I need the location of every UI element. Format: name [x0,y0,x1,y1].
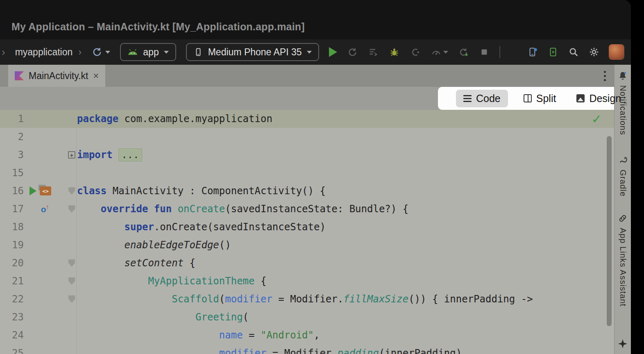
chevron-down-icon [307,51,312,54]
ide-window: My Application – MainActivity.kt [My_App… [0,0,631,354]
mode-code-button[interactable]: Code [456,90,508,107]
chevron-right-icon: › [78,46,82,58]
fold-chevron-icon[interactable] [68,187,75,195]
code-line[interactable]: 2 [0,128,614,146]
kotlin-file-icon [15,71,24,80]
stop-button[interactable] [479,47,490,57]
mode-split-button[interactable]: Split [519,90,561,107]
project-breadcrumb[interactable]: myapplication [15,47,73,58]
code-mode-icon [463,95,472,102]
debug-button[interactable] [389,47,400,58]
tool-label-gradle: Gradle [618,170,628,197]
apply-changes-button[interactable] [458,47,469,58]
code-line-text: Scaffold(modifier = Modifier.fillMaxSize… [77,290,533,308]
code-line-text: modifier = Modifier.padding(innerPadding… [77,344,462,354]
main-area: MainActivity.kt × Code Split [0,65,631,354]
editor-scrollbar[interactable] [607,136,612,326]
code-line[interactable]: 1package com.example.myapplication [0,110,614,128]
gradle-sync-button[interactable] [91,46,110,58]
run-config-selector[interactable]: app [120,43,176,61]
code-line[interactable]: 22 Scaffold(modifier = Modifier.fillMaxS… [0,290,614,308]
code-editor[interactable]: 1package com.example.myapplication23+imp… [0,110,614,354]
fold-chevron-icon[interactable] [68,277,75,285]
editor-column: MainActivity.kt × Code Split [0,65,614,354]
editor-mode-bar: Code Split Design [0,87,614,110]
code-line-text: super.onCreate(savedInstanceState) [77,218,326,236]
code-line-text: package com.example.myapplication [77,110,272,128]
toolbar-separator [499,46,500,58]
mode-split-label: Split [536,93,556,104]
tool-button-gradle[interactable]: Gradle [617,154,628,197]
attach-debugger-button[interactable] [410,47,421,58]
tool-button-ai-assistant[interactable] [618,339,627,348]
tab-close-icon[interactable]: × [93,71,99,81]
title-bar: My Application – MainActivity.kt [My_App… [0,0,631,39]
line-number: 24 [0,329,24,341]
rerun-button[interactable] [347,47,358,58]
code-line-text: class MainActivity : ComponentActivity()… [77,182,326,200]
fold-column [66,295,77,303]
fold-chevron-icon[interactable] [68,295,75,303]
main-toolbar: › myapplication › app Me [0,39,631,65]
fold-chevron-icon[interactable] [68,259,75,267]
tool-button-app-links[interactable]: App Links Assistant [617,213,628,306]
overriding-method-icon[interactable]: o↑ [41,205,49,213]
fold-column [66,277,77,285]
code-line[interactable]: 24 name = "Android", [0,326,614,344]
run-button[interactable] [329,47,337,57]
code-line[interactable]: 21 MyApplicationTheme { [0,272,614,290]
code-line[interactable]: 18 super.onCreate(savedInstanceState) [0,218,614,236]
run-config-label: app [143,47,159,58]
code-line[interactable]: 3+import ... [0,146,614,164]
device-selector[interactable]: Medium Phone API 35 [186,43,319,61]
settings-gear-button[interactable] [588,46,600,58]
line-number: 1 [0,113,24,125]
line-number: 19 [0,239,24,251]
chevron-down-icon [443,51,448,54]
code-line[interactable]: 17o↑ override fun onCreate(savedInstance… [0,200,614,218]
fold-expand-icon[interactable]: + [68,151,75,159]
code-line[interactable]: 15 [0,164,614,182]
mode-design-label: Design [589,93,621,104]
code-line[interactable]: 16<>class MainActivity : ComponentActivi… [0,182,614,200]
code-line-text: setContent { [77,254,195,272]
bell-icon [617,70,628,81]
run-with-coverage-button[interactable] [368,47,379,58]
line-number: 17 [0,203,24,215]
android-icon [127,48,138,56]
split-mode-icon [524,94,532,102]
toolbar-right-cluster [527,44,624,60]
chevron-down-icon [164,51,169,54]
line-number: 20 [0,257,24,269]
running-devices-button[interactable] [547,46,559,58]
line-number: 3 [0,149,24,161]
code-line[interactable]: 20 setContent { [0,254,614,272]
right-tool-strip: Notifications Gradle App Links Assistant [614,65,631,354]
run-class-icon[interactable] [29,186,36,195]
user-avatar[interactable] [609,44,624,60]
profiler-button[interactable] [431,47,448,58]
code-line-text: MyApplicationTheme { [77,272,266,290]
fold-chevron-icon[interactable] [68,205,75,213]
tab-options-kebab-icon[interactable] [601,68,608,84]
code-line-text: override fun onCreate(savedInstanceState… [77,200,408,218]
fold-column [66,187,77,195]
search-button[interactable] [568,46,579,58]
code-line[interactable]: 19 enableEdgeToEdge() [0,236,614,254]
design-mode-icon [576,94,585,102]
gradle-elephant-icon [617,154,628,166]
gutter-icons: o↑ [24,205,66,213]
compose-preview-icon[interactable]: <> [40,186,51,195]
mode-design-button[interactable]: Design [571,90,626,107]
code-line[interactable]: 23 Greeting( [0,308,614,326]
code-line[interactable]: 25 modifier = Modifier.padding(innerPadd… [0,344,614,354]
window-title: My Application – MainActivity.kt [My_App… [11,21,305,33]
inspections-ok-icon: ✓ [592,112,602,126]
code-line-text: name = "Android", [77,326,320,344]
sync-icon [91,46,103,58]
tab-mainactivity[interactable]: MainActivity.kt × [8,65,105,87]
tool-label-app-links: App Links Assistant [618,228,628,306]
line-number: 23 [0,311,24,323]
line-number: 15 [0,167,24,179]
device-manager-button[interactable] [527,46,538,58]
